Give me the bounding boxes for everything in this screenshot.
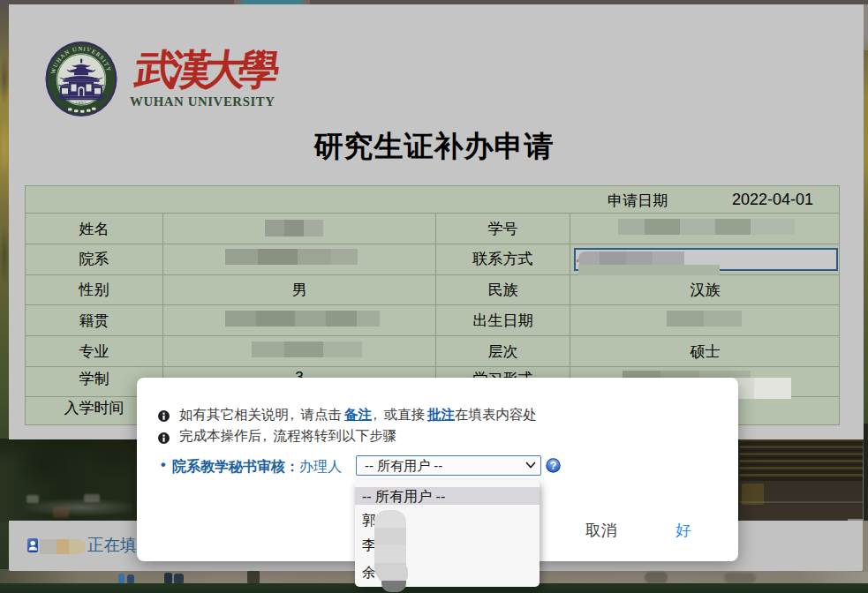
svg-text:?: ? — [550, 460, 557, 472]
svg-text:1893: 1893 — [75, 101, 87, 105]
